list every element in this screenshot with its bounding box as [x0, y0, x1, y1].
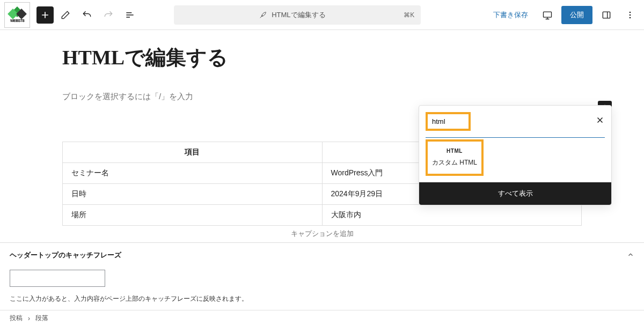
logo-text: WEBST8 — [10, 19, 24, 23]
highlight-search — [426, 112, 471, 131]
clear-search-button[interactable] — [595, 115, 605, 128]
block-breadcrumb: 投稿 › 段落 — [0, 310, 644, 326]
table-cell[interactable]: 大阪市内 — [322, 205, 582, 226]
options-button[interactable] — [620, 5, 640, 25]
show-all-blocks-button[interactable]: すべて表示 — [419, 182, 611, 205]
metabox-toggle[interactable] — [627, 251, 634, 260]
desktop-icon — [542, 10, 553, 20]
svg-rect-2 — [126, 17, 130, 18]
breadcrumb-separator: › — [28, 315, 30, 322]
svg-rect-1 — [126, 14, 133, 16]
block-inserter-popup: HTML カスタム HTML すべて表示 — [419, 105, 612, 205]
feather-icon — [259, 11, 267, 19]
document-overview-button[interactable] — [120, 5, 140, 25]
breadcrumb-root[interactable]: 投稿 — [10, 314, 23, 323]
chevron-up-icon — [627, 251, 634, 258]
table-cell[interactable]: 場所 — [63, 205, 323, 226]
table-cell[interactable]: セミナー名 — [63, 163, 323, 184]
page-title[interactable]: HTMLで編集する — [62, 44, 612, 71]
preview-button[interactable] — [538, 5, 557, 25]
pencil-icon — [60, 10, 71, 20]
site-logo[interactable]: WEBST8 — [4, 2, 30, 28]
metabox-title: ヘッダートップのキャッチフレーズ — [10, 250, 121, 260]
redo-button[interactable] — [99, 5, 118, 25]
redo-icon — [103, 10, 114, 20]
document-title-bar[interactable]: HTMLで編集する ⌘K — [174, 5, 421, 25]
add-block-button[interactable] — [36, 6, 54, 24]
catchphrase-input[interactable] — [10, 270, 105, 287]
list-icon — [125, 10, 135, 20]
svg-rect-4 — [603, 12, 610, 18]
svg-rect-0 — [126, 12, 131, 13]
svg-point-7 — [630, 14, 631, 16]
publish-button[interactable]: 公開 — [561, 6, 592, 24]
undo-button[interactable] — [77, 5, 97, 25]
header-catchphrase-metabox: ヘッダートップのキャッチフレーズ ここに入力があると、入力内容がページ上部のキャ… — [0, 242, 644, 309]
sidebar-icon — [601, 10, 612, 20]
edit-tool-button[interactable] — [56, 5, 75, 25]
block-placeholder[interactable]: ブロックを選択するには「/」を入力 — [62, 92, 612, 102]
command-shortcut: ⌘K — [404, 11, 414, 19]
block-option-label: カスタム HTML — [432, 158, 477, 167]
svg-point-8 — [630, 17, 631, 18]
top-toolbar: WEBST8 HTMLで編集する ⌘K 下書き保存 公開 — [0, 0, 644, 30]
html-block-icon: HTML — [447, 148, 463, 154]
metabox-description: ここに入力があると、入力内容がページ上部のキャッチフレーズに反映されます。 — [10, 294, 634, 303]
block-option-custom-html[interactable]: HTML カスタム HTML — [428, 142, 481, 174]
more-vertical-icon — [625, 10, 635, 20]
close-icon — [595, 115, 605, 125]
svg-rect-3 — [543, 12, 551, 17]
highlight-result: HTML カスタム HTML — [426, 139, 484, 176]
breadcrumb-current[interactable]: 段落 — [35, 314, 48, 323]
table-row: 場所 大阪市内 — [63, 205, 582, 226]
save-draft-link[interactable]: 下書き保存 — [488, 7, 533, 23]
svg-point-6 — [630, 11, 631, 13]
document-title-text: HTMLで編集する — [272, 10, 325, 20]
table-caption[interactable]: キャプションを追加 — [62, 229, 582, 239]
block-search-input[interactable] — [429, 115, 467, 128]
sidebar-toggle-button[interactable] — [597, 5, 616, 25]
undo-icon — [82, 10, 92, 20]
plus-icon — [40, 10, 50, 20]
table-header-cell[interactable]: 項目 — [63, 142, 323, 163]
table-cell[interactable]: 日時 — [63, 184, 323, 205]
